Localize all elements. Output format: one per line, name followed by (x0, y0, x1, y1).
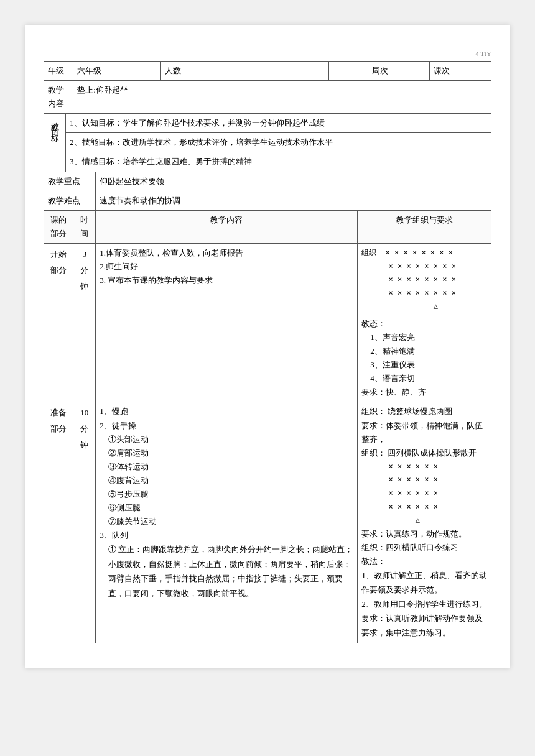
prep-section: 准备部分 (44, 402, 73, 643)
key-value: 仰卧起坐技术要领 (96, 172, 491, 191)
row-goal2: 2、技能目标：改进所学技术，形成技术评价，培养学生运动技术动作水平 (44, 133, 491, 152)
prep-ex2: ②肩部运动 (100, 446, 353, 460)
col-content: 教学内容 (96, 210, 358, 243)
week-label: 周次 (368, 62, 429, 81)
page: 4 TtY 年级 六年级 人数 周次 课次 教学内容 垫上:仰卧起坐 教学目标 … (25, 25, 510, 668)
prep-ex4: ④腹背运动 (100, 474, 353, 487)
opening-content: 1.体育委员整队，检查人数，向老师报告 2.师生问好 3. 宣布本节课的教学内容… (96, 243, 358, 402)
prep-org: 组织： 绕篮球场慢跑两圈 要求：体委带领，精神饱满，队伍整齐， 组织： 四列横队… (358, 402, 491, 643)
prep-time: 10 分 钟 (73, 402, 96, 643)
lesson-label: 课次 (429, 62, 491, 81)
opening-attitude-label: 教态： (361, 317, 487, 331)
goal3: 3、情感目标：培养学生克服困难、勇于拼搏的精神 (66, 152, 491, 172)
prep-req3: 要求：认真听教师讲解动作要领及要求，集中注意力练习。 (361, 611, 487, 640)
diff-value: 速度节奏和动作的协调 (96, 191, 491, 210)
prep-cross-grid: × × × × × × × × × × × × × × × × × × × × … (361, 460, 487, 527)
row-header: 课的部分 时间 教学内容 教学组织与要求 (44, 210, 491, 243)
opening-content3: 3. 宣布本节课的教学内容与要求 (100, 274, 353, 287)
prep-ex5: ⑤弓步压腿 (100, 487, 353, 501)
col-org: 教学组织与要求 (358, 210, 491, 243)
row-key: 教学重点 仰卧起坐技术要领 (44, 172, 491, 191)
row-prep: 准备部分 10 分 钟 1、慢跑 2、徒手操 ①头部运动 ②肩部运动 ③体转运动… (44, 402, 491, 643)
row-diff: 教学难点 速度节奏和动作的协调 (44, 191, 491, 210)
grade-label: 年级 (44, 62, 73, 81)
opening-attitude3: 3、注重仪表 (361, 358, 487, 372)
row-subject: 教学内容 垫上:仰卧起坐 (44, 81, 491, 114)
goal2: 2、技能目标：改进所学技术，形成技术评价，培养学生运动技术动作水平 (66, 133, 491, 152)
prep-ex6: ⑥侧压腿 (100, 501, 353, 515)
prep-teach-label: 教法： (361, 555, 487, 568)
prep-teach2: 2、教师用口令指挥学生进行练习。 (361, 597, 487, 611)
prep-org2: 组织： 四列横队成体操队形散开 (361, 446, 487, 460)
opening-cross-grid: 组织 × × × × × × × × × × × × × × × × × × ×… (361, 246, 487, 313)
row-goal3: 3、情感目标：培养学生克服困难、勇于拼搏的精神 (44, 152, 491, 172)
prep-org1: 组织： 绕篮球场慢跑两圈 (361, 405, 487, 418)
key-label: 教学重点 (44, 172, 96, 191)
row-goals: 教学目标 1、认知目标：学生了解仰卧起坐技术要求，并测验一分钟仰卧起坐成绩 (44, 114, 491, 133)
opening-attitude2: 2、精神饱满 (361, 344, 487, 358)
prep-req1: 要求：体委带领，精神饱满，队伍整齐， (361, 419, 487, 446)
header-note: 4 TtY (44, 50, 491, 57)
count-value (328, 62, 368, 81)
prep-ex3: ③体转运动 (100, 460, 353, 474)
prep-content1: 1、慢跑 (100, 405, 353, 418)
opening-attitude4: 4、语言亲切 (361, 372, 487, 385)
opening-section: 开始部分 (44, 243, 73, 402)
col-time: 时间 (73, 210, 96, 243)
prep-req2: 要求：认真练习，动作规范。 (361, 527, 487, 541)
prep-content2: 2、徒手操 (100, 419, 353, 433)
row-opening: 开始部分 3 分 钟 1.体育委员整队，检查人数，向老师报告 2.师生问好 3.… (44, 243, 491, 402)
row-grade: 年级 六年级 人数 周次 课次 (44, 62, 491, 81)
main-table: 年级 六年级 人数 周次 课次 教学内容 垫上:仰卧起坐 教学目标 1、认知目标… (44, 61, 491, 643)
count-label: 人数 (161, 62, 329, 81)
opening-attitude1: 1、声音宏亮 (361, 331, 487, 344)
grade-value: 六年级 (73, 62, 161, 81)
goal-vert-label: 教学目标 (44, 114, 66, 172)
prep-ex1: ①头部运动 (100, 433, 353, 446)
prep-content: 1、慢跑 2、徒手操 ①头部运动 ②肩部运动 ③体转运动 ④腹背运动 ⑤弓步压腿… (96, 402, 358, 643)
prep-teach1: 1、教师讲解立正、稍息、看齐的动作要领及要求并示范。 (361, 568, 487, 597)
diff-label: 教学难点 (44, 191, 96, 210)
goal1: 1、认知目标：学生了解仰卧起坐技术要求，并测验一分钟仰卧起坐成绩 (66, 114, 491, 133)
subject-label: 教学内容 (44, 81, 73, 114)
prep-queue-intro: ① 立正：两脚跟靠拢并立，两脚尖向外分开约一脚之长；两腿站直；小腹微收，自然挺胸… (100, 542, 353, 601)
opening-time: 3 分 钟 (73, 243, 96, 402)
subject-value: 垫上:仰卧起坐 (73, 81, 491, 114)
col-section: 课的部分 (44, 210, 73, 243)
opening-content1: 1.体育委员整队，检查人数，向老师报告 (100, 246, 353, 260)
opening-require: 要求：快、静、齐 (361, 385, 487, 399)
prep-ex7: ⑦膝关节运动 (100, 515, 353, 528)
opening-content2: 2.师生问好 (100, 260, 353, 274)
prep-org3: 组织：四列横队听口令练习 (361, 541, 487, 555)
prep-content3: 3、队列 (100, 528, 353, 542)
opening-org: 组织 × × × × × × × × × × × × × × × × × × ×… (358, 243, 491, 402)
